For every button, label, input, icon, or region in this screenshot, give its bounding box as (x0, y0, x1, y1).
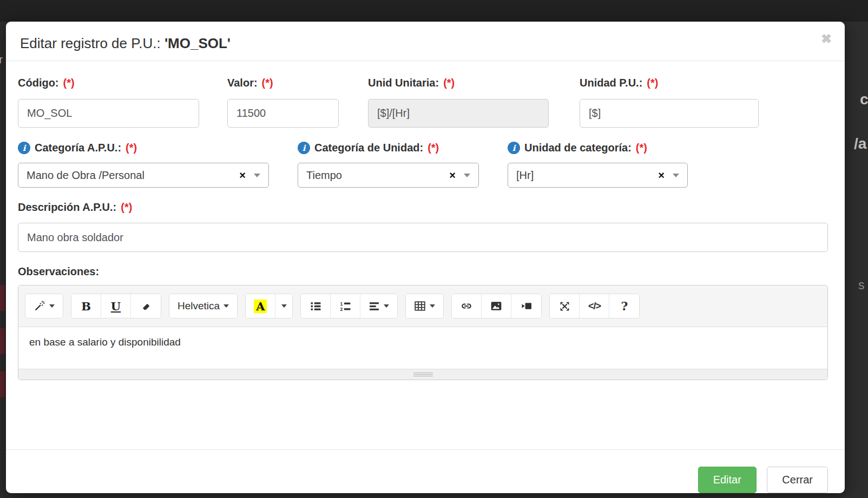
modal-footer: Editar Cerrar (6, 449, 845, 493)
font-family-group: Helvetica (169, 294, 238, 318)
clear-selection-icon[interactable]: × (449, 170, 456, 181)
modal-title-prefix: Editar registro de P.U.: (20, 35, 165, 51)
chevron-down-icon (254, 174, 260, 177)
picture-icon (490, 300, 502, 312)
label-text: Valor: (227, 77, 258, 89)
underline-button[interactable]: U (101, 294, 131, 318)
descripcion-input[interactable] (18, 223, 828, 252)
link-button[interactable] (452, 294, 482, 318)
eraser-icon (140, 301, 152, 312)
chevron-down-icon (430, 304, 435, 308)
codigo-input[interactable] (18, 99, 199, 128)
background-red-block (0, 371, 5, 397)
fullscreen-button[interactable] (550, 294, 580, 318)
field-valor: Valor: (*) (227, 77, 339, 128)
modal-title: Editar registro de P.U.: 'MO_SOL' (20, 35, 830, 52)
required-marker: (*) (126, 142, 137, 154)
edit-pu-modal: Editar registro de P.U.: 'MO_SOL' ✖ Códi… (6, 22, 845, 493)
chevron-down-icon (464, 174, 470, 177)
bold-button[interactable]: B (71, 294, 101, 318)
clear-format-button[interactable] (131, 294, 161, 318)
unordered-list-button[interactable] (301, 294, 331, 318)
font-family-dropdown-button[interactable]: Helvetica (169, 294, 237, 318)
font-family-value: Helvetica (177, 300, 220, 312)
modal-title-record: 'MO_SOL' (165, 35, 231, 51)
view-group: </> ? (549, 294, 640, 318)
field-categoria-unidad: i Categoría de Unidad: (*) Tiempo × (298, 142, 479, 188)
magic-wand-icon (34, 300, 45, 312)
help-button[interactable]: ? (609, 294, 639, 318)
background-red-block (0, 328, 5, 354)
editar-button[interactable]: Editar (698, 467, 757, 493)
picture-button[interactable] (482, 294, 511, 318)
code-view-button[interactable]: </> (580, 294, 609, 318)
valor-input[interactable] (227, 99, 339, 128)
chevron-down-icon (384, 304, 389, 308)
required-marker: (*) (636, 142, 647, 154)
svg-text:2: 2 (340, 307, 343, 312)
close-icon[interactable]: ✖ (821, 32, 832, 45)
style-dropdown-button[interactable] (25, 294, 63, 318)
video-icon (521, 300, 532, 312)
bold-icon: B (81, 300, 91, 313)
categoria-unidad-label: i Categoría de Unidad: (*) (298, 142, 479, 154)
field-unidad-categoria: i Unidad de categoría: (*) [Hr] × (508, 142, 688, 188)
info-icon[interactable]: i (508, 142, 520, 154)
chevron-down-icon (49, 304, 55, 308)
selected-value: Mano de Obra /Personal (27, 169, 235, 182)
ordered-list-button[interactable]: 1 2 (331, 294, 360, 318)
field-unidad-pu: Unidad P.U.: (*) (580, 77, 759, 128)
label-text: Unidad de categoría: (524, 142, 632, 154)
field-codigo: Código: (*) (18, 77, 199, 128)
info-icon[interactable]: i (18, 142, 30, 154)
style-group (25, 294, 63, 318)
label-text: Categoría A.P.U.: (35, 142, 121, 154)
unidad-pu-label: Unidad P.U.: (*) (580, 77, 759, 89)
video-button[interactable] (511, 294, 541, 318)
background-red-block (0, 285, 5, 311)
font-color-group: A (245, 294, 293, 318)
font-color-dropdown-button[interactable] (275, 294, 292, 318)
svg-text:1: 1 (340, 301, 343, 306)
font-style-group: B U (71, 294, 161, 318)
editor-statusbar (18, 369, 827, 380)
required-marker: (*) (262, 77, 273, 89)
required-marker: (*) (121, 201, 132, 214)
categoria-apu-select[interactable]: Mano de Obra /Personal × (18, 163, 269, 188)
resize-handle-line (413, 373, 433, 373)
unidad-pu-input[interactable] (580, 99, 759, 128)
underline-icon: U (111, 300, 121, 313)
info-icon[interactable]: i (298, 142, 310, 154)
font-color-icon: A (254, 300, 267, 313)
background-page-fragment: r (0, 53, 3, 66)
observaciones-editor: B U (18, 285, 828, 380)
categoria-apu-label: i Categoría A.P.U.: (*) (18, 142, 269, 154)
label-text: Unidad P.U.: (580, 77, 642, 89)
font-color-button[interactable]: A (246, 294, 275, 318)
resize-handle[interactable] (413, 371, 433, 377)
required-marker: (*) (428, 142, 439, 154)
unid-unitaria-label: Unid Unitaria: (*) (368, 77, 549, 89)
background-page-fragment: s (858, 278, 865, 293)
table-button[interactable] (406, 294, 443, 318)
field-categoria-apu: i Categoría A.P.U.: (*) Mano de Obra /Pe… (18, 142, 269, 188)
categoria-unidad-select[interactable]: Tiempo × (298, 163, 479, 188)
required-marker: (*) (443, 77, 455, 89)
code-view-icon: </> (588, 301, 601, 312)
field-descripcion-apu: Descripción A.P.U.: (*) (18, 201, 828, 252)
clear-selection-icon[interactable]: × (239, 170, 246, 181)
unordered-list-icon (310, 301, 321, 312)
table-group (405, 294, 444, 318)
descripcion-apu-label: Descripción A.P.U.: (*) (18, 201, 828, 214)
editor-content[interactable]: en base a salario y disponibilidad (18, 327, 827, 369)
cerrar-button[interactable]: Cerrar (767, 467, 828, 493)
unidad-categoria-select[interactable]: [Hr] × (508, 163, 688, 188)
codigo-label: Código: (*) (18, 77, 199, 89)
chevron-down-icon (281, 304, 287, 308)
paragraph-align-button[interactable] (360, 294, 397, 318)
clear-selection-icon[interactable]: × (658, 170, 665, 181)
label-text: Unid Unitaria: (368, 77, 439, 89)
help-icon: ? (621, 299, 628, 313)
background-navbar (0, 0, 868, 22)
background-page-fragment: /a (854, 135, 866, 152)
